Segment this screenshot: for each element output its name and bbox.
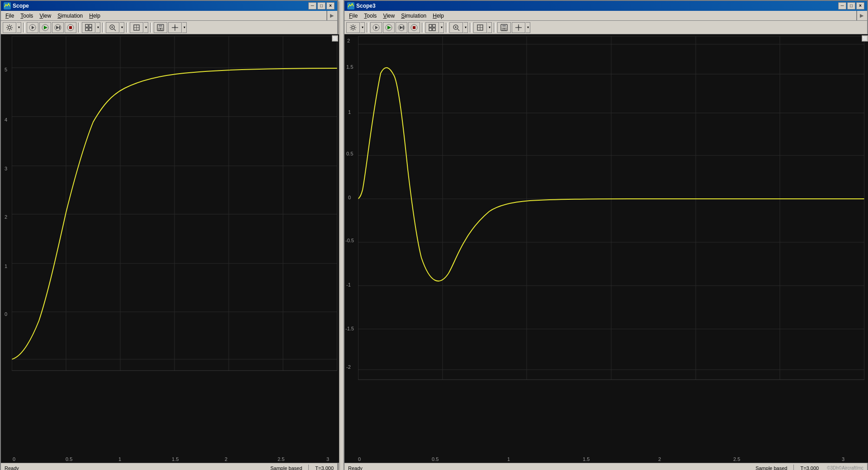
scope1-settings-group: ▾: [3, 22, 21, 33]
scope3-y-label-2: 2: [347, 38, 350, 43]
scope3-y-label-neg05: -0.5: [345, 238, 354, 243]
scope1-step-btn[interactable]: [52, 22, 64, 33]
svg-rect-55: [433, 28, 435, 31]
scope1-close-btn[interactable]: ×: [326, 2, 335, 9]
scope1-y-label-0: 0: [5, 311, 7, 317]
scope3-cursor-arrow[interactable]: ▾: [526, 22, 530, 33]
scope3-app-icon: [347, 2, 354, 9]
scope3-y-label-15: 1.5: [346, 64, 353, 70]
scope1-menu-help[interactable]: Help: [86, 12, 103, 20]
scope1-layout-btn[interactable]: [82, 22, 95, 33]
scope1-cursor-arrow[interactable]: ▾: [182, 22, 187, 33]
svg-line-15: [114, 29, 116, 31]
scope3-sep2: [422, 23, 424, 33]
scope3-step-btn[interactable]: [396, 22, 407, 33]
scope1-minimize-btn[interactable]: ─: [308, 2, 316, 9]
svg-rect-13: [89, 28, 92, 31]
scope1-y-label-1: 1: [5, 263, 7, 269]
scope3-x-label-25: 2.5: [733, 456, 740, 462]
scope3-stop-btn[interactable]: [408, 22, 420, 33]
svg-point-0: [8, 26, 11, 29]
scope1-menu-tools[interactable]: Tools: [18, 12, 36, 20]
scope3-maximize-btn[interactable]: □: [847, 2, 855, 9]
scope3-x-label-2: 2: [658, 456, 661, 462]
scope3-savedata-btn[interactable]: [497, 22, 511, 33]
svg-rect-12: [85, 28, 88, 31]
scope1-settings-btn[interactable]: [3, 22, 16, 33]
scope1-play-btn[interactable]: [39, 22, 51, 33]
scope3-x-label-15: 1.5: [583, 456, 590, 462]
scope1-cursor-btn[interactable]: [168, 22, 182, 33]
scope3-y-label-neg15: -1.5: [345, 326, 354, 331]
scope3-y-label-0: 0: [348, 195, 351, 200]
scope3-menu-file[interactable]: File: [346, 12, 360, 20]
scope1-y-label-3: 3: [5, 166, 7, 171]
scope3-status-divider: [793, 465, 794, 470]
scope1-plot-maximize[interactable]: ⬜: [332, 35, 338, 42]
svg-point-66: [504, 28, 505, 29]
scope3-settings-arrow[interactable]: ▾: [360, 22, 365, 33]
scope3-sep1: [367, 23, 368, 33]
scope1-savedata-btn[interactable]: [154, 22, 167, 33]
scope3-menu-tools[interactable]: Tools: [361, 12, 379, 20]
scope1-title-bar: Scope ─ □ ×: [1, 1, 337, 11]
scope3-cursor-btn[interactable]: [512, 22, 525, 33]
scope1-axes-btn[interactable]: [130, 22, 143, 33]
scope1-sep3: [102, 23, 104, 33]
scope3-zoom-arrow[interactable]: ▾: [463, 22, 468, 33]
scope3-layout-arrow[interactable]: ▾: [439, 22, 444, 33]
scope3-status-time: T=3.000: [800, 465, 819, 470]
scope1-menu-file[interactable]: File: [3, 12, 17, 20]
scope1-plot-svg: [12, 36, 337, 452]
scope3-menu-simulation[interactable]: Simulation: [398, 12, 429, 20]
scope1-x-label-3: 3: [326, 456, 329, 462]
scope3-start-btn[interactable]: [370, 22, 382, 33]
scope3-close-btn[interactable]: ×: [856, 2, 864, 9]
scope3-plot-maximize[interactable]: ⬜: [862, 35, 868, 42]
scope1-status-sample-based: Sample based: [270, 465, 302, 470]
scope1-start-btn[interactable]: [27, 22, 38, 33]
scope1-app-icon: [4, 2, 11, 9]
scope1-layout-group: ▾: [82, 22, 100, 33]
scope3-title: Scope3: [356, 3, 376, 9]
scope1-plot-area[interactable]: 5 4 3 2 1 0 0 0.5 1 1.5 2 2.5 3: [1, 34, 339, 463]
scope3-plot-area[interactable]: 2 1.5 1 0.5 0 -0.5 -1 -1.5 -2 0 0.5 1 1.…: [344, 34, 868, 463]
scope3-layout-btn[interactable]: [425, 22, 439, 33]
scope1-layout-arrow[interactable]: ▾: [96, 22, 100, 33]
scope1-x-label-25: 2.5: [278, 456, 284, 462]
svg-rect-52: [429, 24, 432, 27]
scope1-settings-arrow[interactable]: ▾: [17, 22, 21, 33]
scope3-axes-arrow[interactable]: ▾: [487, 22, 492, 33]
scope1-stop-btn[interactable]: [65, 22, 76, 33]
scope3-axes-btn[interactable]: [473, 22, 487, 33]
scope3-settings-group: ▾: [346, 22, 365, 33]
scope3-play-btn[interactable]: [383, 22, 395, 33]
scope1-status-bar: Ready Sample based T=3.000: [1, 463, 337, 470]
scope3-menu-bar: File Tools View Simulation Help ▶: [344, 11, 867, 21]
svg-marker-69: [518, 26, 519, 28]
scope1-zoom-arrow[interactable]: ▾: [120, 22, 124, 33]
scope1-cursor-group: ▾: [168, 22, 187, 33]
scope3-cursor-group: ▾: [512, 22, 530, 33]
scope3-minimize-btn[interactable]: ─: [838, 2, 846, 9]
svg-rect-11: [89, 24, 92, 27]
scope3-sep4: [470, 23, 472, 33]
scope3-x-label-0: 0: [358, 456, 361, 462]
scope3-menu-view[interactable]: View: [380, 12, 397, 20]
scope3-menu-help[interactable]: Help: [430, 12, 447, 20]
scope1-status-divider: [308, 465, 309, 470]
scope1-zoom-btn[interactable]: [106, 22, 119, 33]
scope1-menu-view[interactable]: View: [37, 12, 54, 20]
scope3-plot-svg: [358, 36, 864, 452]
svg-point-42: [352, 26, 354, 29]
scope3-settings-btn[interactable]: [346, 22, 360, 33]
scope3-title-left: Scope3: [347, 2, 376, 9]
scope1-axes-arrow[interactable]: ▾: [144, 22, 148, 33]
scope1-menu-simulation[interactable]: Simulation: [55, 12, 85, 20]
scope3-title-bar: Scope3 ─ □ ×: [344, 1, 867, 11]
scope3-zoom-btn[interactable]: [449, 22, 463, 33]
scope1-sep1: [23, 23, 25, 33]
svg-rect-10: [85, 24, 88, 27]
scope1-window: Scope ─ □ × File Tools View Simulation H…: [0, 0, 338, 470]
scope1-maximize-btn[interactable]: □: [317, 2, 326, 9]
